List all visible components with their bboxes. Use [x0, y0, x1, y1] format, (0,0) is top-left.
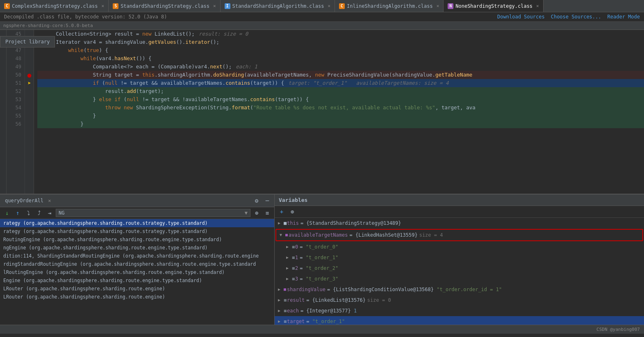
stack-panel: queryOrderAll ✕ ⚙ ─ ↓ ↑ ⤵ ⤴ ⇥ NG ▼ ⊕ ≡ [0, 195, 275, 325]
download-sources-link[interactable]: Download Sources [497, 14, 545, 20]
icon-gutter: ● ➤ [25, 30, 34, 194]
var-item-1[interactable]: ▶ ≡ 1 = "t_order_1" [275, 252, 644, 263]
var-name-0: 0 [295, 243, 298, 251]
var-name-result: result [287, 296, 305, 304]
variables-list: ▶ ■ this = {StandardShardingStrategy@134… [275, 218, 644, 325]
var-size-available: size = 4 [419, 231, 443, 239]
stack-item-1[interactable]: rategy (org.apache.shardingsphere.shardi… [0, 227, 274, 235]
var-item-3[interactable]: ▶ ≡ 3 = "t_order_3" [275, 274, 644, 284]
variables-toolbar: + ⊕ [275, 206, 644, 218]
tab-close-standard[interactable]: ✕ [213, 3, 216, 9]
stack-item-4[interactable]: dition:114, ShardingStandardRoutingEngin… [0, 252, 274, 260]
var-p-indicator-this: ■ [284, 219, 287, 227]
line-num-54: 54 [10, 104, 21, 112]
minimize-icon[interactable]: ─ [263, 196, 272, 205]
stack-item-text-6: lRoutingEngine (org.apache.shardingspher… [3, 269, 225, 275]
tab-close-none[interactable]: ✕ [536, 3, 539, 9]
var-filter-icon[interactable]: ⊕ [288, 207, 297, 216]
var-icon-0: ≡ [292, 243, 295, 251]
var-name-sharding: shardingValue [287, 285, 325, 294]
code-line-49: Comparable<?> each = (Comparable)var4.ne… [37, 63, 644, 71]
expand-arrow-0: ▶ [286, 243, 292, 251]
tab-close-inline[interactable]: ✕ [437, 3, 439, 9]
var-add-icon[interactable]: + [277, 207, 286, 216]
tab-icon-complex: C [4, 3, 10, 9]
var-value-each: = {Integer@13577} 1 [300, 307, 357, 315]
code-line-blank: Iterator var4 = shardingValue.getValues(… [37, 38, 644, 46]
stack-item-0[interactable]: rategy (org.apache.shardingsphere.shardi… [0, 219, 274, 227]
stack-item-8[interactable]: LRouter (org.apache.shardingsphere.shard… [0, 285, 274, 293]
settings-icon[interactable]: ⚙ [252, 196, 261, 205]
debug-filter-icon[interactable]: ⊕ [252, 208, 261, 217]
gutter-47 [25, 46, 34, 54]
stack-item-3[interactable]: ngEngine (org.apache.shardingsphere.shar… [0, 244, 274, 252]
var-item-result[interactable]: ▶ ≡ result = {LinkedList@13576} size = 0 [275, 295, 644, 305]
var-value-1: = "t_order_1" [300, 253, 338, 262]
tab-inlinesharding[interactable]: C InlineShardingAlgorithm.class ✕ [335, 0, 444, 12]
debug-panel: queryOrderAll ✕ ⚙ ─ ↓ ↑ ⤵ ⤴ ⇥ NG ▼ ⊕ ≡ [0, 194, 644, 325]
debug-extra-icon[interactable]: ≡ [263, 208, 272, 217]
debug-step-into-icon[interactable]: ⤵ [24, 208, 33, 217]
code-50: String target = this.shardingAlgorithm.d… [37, 71, 472, 79]
var-value-result: = {LinkedList@13576} [306, 296, 366, 304]
var-item-shardingvalue[interactable]: ▶ ■ shardingValue = {ListShardingConditi… [275, 284, 644, 295]
stack-item-2[interactable]: RoutingEngine (org.apache.shardingsphere… [0, 235, 274, 244]
code-editor[interactable]: Collection<String> result = new LinkedLi… [34, 30, 644, 194]
hint-49: each: 1 [236, 63, 257, 71]
var-item-2[interactable]: ▶ ≡ 2 = "t_order_2" [275, 263, 644, 274]
stack-item-7[interactable]: Engine (org.apache.shardingsphere.shardi… [0, 276, 274, 285]
stack-item-text-5: rdingStandardRoutingEngine (org.apache.s… [3, 261, 256, 267]
var-size-result: size = 0 [367, 296, 391, 304]
stack-frame-dropdown[interactable]: NG ▼ [56, 209, 250, 217]
tab-icon-inline: C [339, 3, 345, 9]
debug-tab-close[interactable]: ✕ [48, 198, 51, 204]
debug-step-out-icon[interactable]: ⤴ [34, 208, 43, 217]
var-item-target[interactable]: ▶ ≡ target = "t_order_1" [275, 316, 644, 325]
tab-close-complex[interactable]: ✕ [102, 3, 105, 9]
code-line-54: throw new ShardingSphereException(String… [37, 104, 644, 112]
gutter-55 [25, 112, 34, 120]
expand-arrow-2: ▶ [286, 264, 292, 272]
var-value-0: = "t_order_0" [300, 243, 338, 251]
var-name-2: 2 [295, 264, 298, 272]
code-line-52: result.add(target); [37, 87, 644, 95]
stack-item-5[interactable]: rdingStandardRoutingEngine (org.apache.s… [0, 260, 274, 268]
var-icon-each: ≡ [284, 307, 287, 315]
var-name-target: target [287, 317, 305, 325]
tab-standardsharding[interactable]: S StandardShardingStrategy.class ✕ [109, 0, 220, 12]
code-48: while(var4.hasNext()) { [37, 54, 152, 63]
var-item-this[interactable]: ▶ ■ this = {StandardShardingStrategy@134… [275, 218, 644, 228]
tab-close-algorithm[interactable]: ✕ [328, 3, 330, 9]
line-numbers: 45 47 48 49 50 51 52 53 54 55 56 [7, 30, 25, 194]
var-item-available[interactable]: ▼ ■ availableTargetNames = {LinkedHashSe… [275, 229, 643, 241]
debug-run-cursor-icon[interactable]: ⇥ [45, 208, 54, 217]
var-item-each[interactable]: ▶ ≡ each = {Integer@13577} 1 [275, 305, 644, 316]
code-blank: Iterator var4 = shardingValue.getValues(… [37, 38, 219, 46]
variables-header: Variables [275, 195, 644, 206]
status-bar-text: CSDN @yanbing007 [596, 327, 640, 332]
code-55: } [37, 112, 96, 120]
breadcrumb-bar: ngsphere-sharding-core:5.0.0-beta [0, 22, 644, 30]
debug-tab-label: queryOrderAll ✕ [2, 197, 53, 204]
tab-complexsharding[interactable]: C ComplexShardingStrategy.class ✕ [0, 0, 109, 12]
var-p-indicator-sharding: ■ [284, 285, 287, 294]
debug-step-over-icon[interactable]: ↑ [13, 208, 22, 217]
debug-toolbar-icons: ⚙ ─ [252, 196, 272, 205]
stack-item-6[interactable]: lRoutingEngine (org.apache.shardingspher… [0, 268, 274, 276]
debug-resume-icon[interactable]: ↓ [2, 208, 11, 217]
tab-icon-standard: S [113, 3, 118, 9]
var-icon-3: ≡ [292, 275, 295, 283]
gutter-49 [25, 63, 34, 71]
gutter-54 [25, 104, 34, 112]
choose-sources-link[interactable]: Choose Sources... [551, 14, 601, 20]
tab-label-algorithm: StandardShardingAlgorithm.class [232, 3, 324, 9]
tab-nonesharding[interactable]: N NoneShardingStrategy.class ✕ [444, 0, 543, 12]
var-name-this: this [287, 219, 299, 227]
tab-bar: C ComplexShardingStrategy.class ✕ S Stan… [0, 0, 644, 12]
stack-item-9[interactable]: LRouter (org.apache.shardingsphere.shard… [0, 293, 274, 301]
reader-mode-link[interactable]: Reader Mode [608, 14, 640, 20]
var-icon-2: ≡ [292, 264, 295, 272]
var-item-0[interactable]: ▶ ≡ 0 = "t_order_0" [275, 242, 644, 252]
tab-standardalgorithm[interactable]: I StandardShardingAlgorithm.class ✕ [221, 0, 335, 12]
tab-icon-none: N [448, 3, 453, 9]
